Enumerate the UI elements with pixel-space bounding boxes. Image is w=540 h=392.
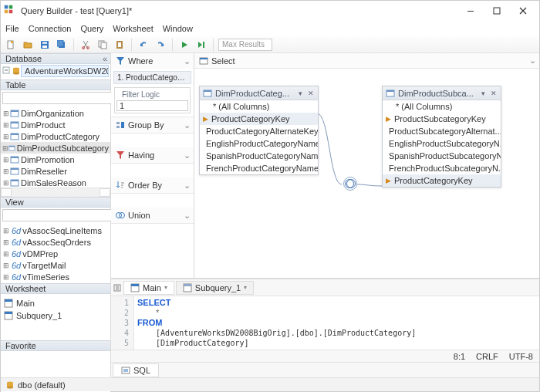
close-button[interactable] xyxy=(510,2,536,20)
table-column[interactable]: SpanishProductSubcategoryN... xyxy=(383,150,501,162)
table-panel-heading[interactable]: Table xyxy=(1,79,110,90)
favorite-panel-heading[interactable]: Favorite xyxy=(1,340,110,351)
chevron-down-icon[interactable]: ⌄ xyxy=(529,56,536,66)
menu-connection[interactable]: Connection xyxy=(29,24,72,33)
open-icon[interactable] xyxy=(21,38,35,52)
sql-tab[interactable]: SQL xyxy=(113,363,159,377)
select-header[interactable]: Select ⌄ xyxy=(194,53,539,69)
history-icon[interactable] xyxy=(113,283,122,292)
svg-rect-37 xyxy=(11,180,19,181)
diagram-canvas[interactable]: DimProductCateg...▾✕* (All Columns)▶Prod… xyxy=(194,69,539,278)
database-panel-heading[interactable]: Database « xyxy=(1,53,110,64)
table-column[interactable]: * (All Columns) xyxy=(200,100,318,113)
menu-window[interactable]: Window xyxy=(163,24,193,33)
table-column[interactable]: SpanishProductCategoryName xyxy=(200,150,318,162)
tab-subquery[interactable]: Subquery_1 ▾ xyxy=(176,281,254,295)
view-item[interactable]: ⊞6dvDMPrep xyxy=(1,248,110,259)
paste-icon[interactable] xyxy=(113,38,127,52)
close-icon[interactable]: ✕ xyxy=(307,90,315,97)
view-item[interactable]: ⊞6dvTargetMail xyxy=(1,259,110,271)
run-icon[interactable] xyxy=(177,38,191,52)
table-item[interactable]: ⊞DimSalesReason xyxy=(1,177,110,188)
saveall-icon[interactable] xyxy=(55,38,69,52)
where-section[interactable]: Where ⌄ xyxy=(111,53,194,69)
select-icon xyxy=(199,56,208,66)
table-column[interactable]: FrenchProductCategoryName xyxy=(200,162,318,174)
filter-logic-input[interactable]: 1 xyxy=(116,100,188,111)
view-search-input[interactable] xyxy=(2,209,116,221)
groupby-icon xyxy=(116,120,125,130)
schema-label[interactable]: dbo (default) xyxy=(18,380,66,390)
table-item[interactable]: ⊞DimProductSubcategory xyxy=(1,142,110,154)
new-icon[interactable] xyxy=(4,38,18,52)
having-section[interactable]: Having ⌄ xyxy=(111,147,194,163)
collapse-icon[interactable]: « xyxy=(103,54,107,63)
svg-point-13 xyxy=(83,46,85,49)
having-label: Having xyxy=(128,150,154,160)
orderby-section[interactable]: Order By ⌄ xyxy=(111,177,194,193)
worksheet-item[interactable]: Subquery_1 xyxy=(4,309,107,322)
chevron-down-icon[interactable]: ▾ xyxy=(479,90,487,97)
save-icon[interactable] xyxy=(38,38,52,52)
svg-rect-50 xyxy=(204,90,211,92)
tab-main[interactable]: Main ▾ xyxy=(123,281,174,295)
table-column[interactable]: EnglishProductSubcategoryN... xyxy=(383,137,501,150)
table-column[interactable]: ▶ProductCategoryKey xyxy=(200,113,318,125)
maximize-button[interactable] xyxy=(484,2,510,20)
svg-rect-58 xyxy=(122,367,130,373)
svg-rect-35 xyxy=(11,168,19,170)
view-item[interactable]: ⊞6dvAssocSeqOrders xyxy=(1,236,110,248)
union-section[interactable]: Union ⌄ xyxy=(111,208,194,223)
table-item[interactable]: ⊞DimProductCategory xyxy=(1,130,110,142)
cut-icon[interactable] xyxy=(79,38,93,52)
menu-worksheet[interactable]: Worksheet xyxy=(113,24,153,33)
copy-icon[interactable] xyxy=(96,38,110,52)
table-column[interactable]: FrenchProductSubcategoryN... xyxy=(383,162,501,174)
view-item[interactable]: ⊞6dvTimeSeries xyxy=(1,271,110,282)
groupby-section[interactable]: Group By ⌄ xyxy=(111,117,194,133)
view-item[interactable]: ⊞6dvAssocSeqLineItems xyxy=(1,225,110,236)
max-results-input[interactable]: Max Results xyxy=(218,39,272,51)
table-item[interactable]: ⊞DimReseller xyxy=(1,165,110,177)
chevron-down-icon[interactable]: ⌄ xyxy=(184,120,191,130)
status-bar: dbo (default) xyxy=(1,377,539,391)
table-column[interactable]: ▶ProductSubcategoryKey xyxy=(383,113,501,125)
table-column[interactable]: ▶ProductCategoryKey xyxy=(383,174,501,187)
table-search-input[interactable] xyxy=(2,92,116,104)
chevron-down-icon[interactable]: ⌄ xyxy=(184,150,191,161)
chevron-down-icon[interactable]: ⌄ xyxy=(184,56,191,66)
where-label: Where xyxy=(128,56,153,66)
menu-query[interactable]: Query xyxy=(80,24,103,33)
sql-editor[interactable]: SELECT * FROM [AdventureWorksDW2008BigOr… xyxy=(134,296,539,350)
menu-file[interactable]: File xyxy=(5,24,19,33)
worksheet-item[interactable]: Main xyxy=(4,297,107,309)
view-panel-heading[interactable]: View xyxy=(1,197,110,208)
table-item[interactable]: ⊞DimProduct xyxy=(1,119,110,130)
run-step-icon[interactable] xyxy=(194,38,208,52)
table-item[interactable]: ⊞DimOrganization xyxy=(1,107,110,119)
where-condition-chip[interactable]: 1. ProductCategoryKey =... xyxy=(113,71,191,84)
table-item[interactable]: ⊞DimPromotion xyxy=(1,154,110,165)
minimize-button[interactable] xyxy=(457,2,484,20)
chevron-down-icon[interactable]: ▾ xyxy=(164,284,167,291)
table-card-dimproductcategory[interactable]: DimProductCateg...▾✕* (All Columns)▶Prod… xyxy=(199,86,319,175)
close-icon[interactable]: ✕ xyxy=(490,90,498,97)
table-column[interactable]: ProductCategoryAlternateKey xyxy=(200,125,318,137)
worksheet-panel-heading[interactable]: Worksheet xyxy=(1,283,110,294)
svg-rect-52 xyxy=(386,90,394,92)
tree-expand-icon[interactable] xyxy=(2,66,12,76)
table-column[interactable]: * (All Columns) xyxy=(383,100,501,113)
database-selected[interactable]: AdventureWorksDW2008BigOri... xyxy=(21,65,109,77)
table-column[interactable]: EnglishProductCategoryName xyxy=(200,137,318,150)
redo-icon[interactable] xyxy=(154,38,167,52)
table-card-dimproductsubcategory[interactable]: DimProductSubca...▾✕* (All Columns)▶Prod… xyxy=(382,86,501,188)
inner-join-icon[interactable] xyxy=(343,177,357,191)
table-scrollbar[interactable] xyxy=(1,188,110,197)
chevron-down-icon[interactable]: ⌄ xyxy=(184,181,191,191)
chevron-down-icon[interactable]: ⌄ xyxy=(184,211,191,221)
table-column[interactable]: ProductSubcategoryAlternat... xyxy=(383,125,501,137)
chevron-down-icon[interactable]: ▾ xyxy=(244,284,247,291)
chevron-down-icon[interactable]: ▾ xyxy=(296,90,304,97)
undo-icon[interactable] xyxy=(137,38,150,52)
select-label: Select xyxy=(211,56,235,66)
